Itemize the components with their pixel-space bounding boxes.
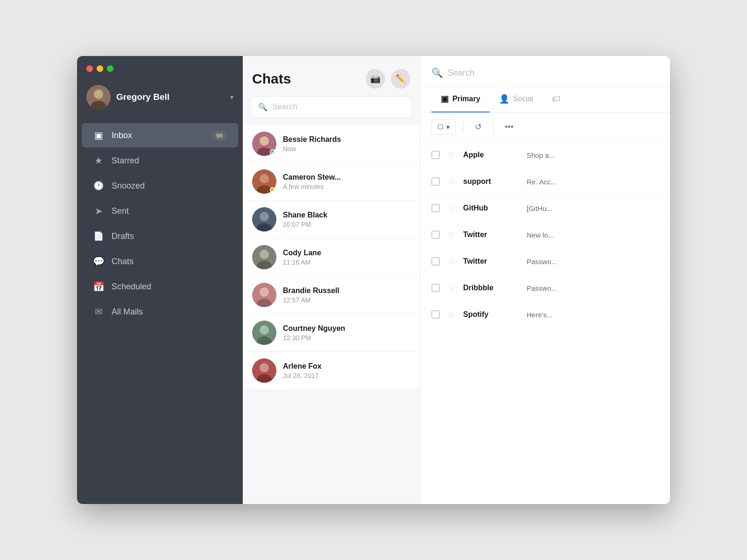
more-button[interactable]: ••• [501,119,517,136]
online-indicator [270,149,275,155]
chat-info: Courtney Nguyen 12:30 PM [283,324,410,342]
tab-social[interactable]: 👤 Social [490,86,543,112]
avatar [252,321,276,345]
inbox-icon: ▣ [93,130,104,141]
away-indicator [270,187,275,193]
svg-point-19 [260,325,269,335]
minimize-button[interactable] [97,65,103,72]
chevron-down-icon: ▾ [230,93,233,101]
sidebar-item-chats[interactable]: 💬 Chats [82,249,238,273]
inbox-tab-icon: ▣ [441,94,449,104]
list-item[interactable]: Bessie Richards Now [243,125,420,163]
chats-search-placeholder: Search [272,102,297,112]
email-search[interactable]: 🔍 Search [431,67,659,78]
table-row[interactable]: ☆ Apple Shop a... [420,142,670,168]
email-checkbox[interactable] [431,310,440,319]
svg-point-22 [260,363,269,372]
chat-info: Cody Lane 11:16 AM [283,249,410,266]
chat-info: Brandie Russell 12:57 AM [283,287,410,304]
avatar [252,169,276,194]
star-button[interactable]: ☆ [447,229,456,240]
tab-social-label: Social [513,95,534,103]
avatar [252,358,276,383]
dropdown-arrow: ▾ [446,123,450,131]
send-icon: ➤ [93,205,104,217]
chat-info: Arlene Fox Jul 28, 2017 [283,362,410,379]
sidebar-item-drafts[interactable]: 📄 Drafts [82,224,238,248]
email-panel: 🔍 Search ▣ Primary 👤 Social 🏷 ☐ ▾ ↺ [420,56,670,504]
sidebar-item-scheduled[interactable]: 📅 Scheduled [82,274,238,299]
email-checkbox[interactable] [431,231,440,239]
list-item[interactable]: Arlene Fox Jul 28, 2017 [243,352,420,390]
svg-point-4 [260,136,269,146]
sidebar-item-inbox[interactable]: ▣ Inbox 98 [82,123,238,147]
sidebar-label-drafts: Drafts [112,231,227,241]
sidebar-item-sent[interactable]: ➤ Sent [82,199,238,223]
email-toolbar: ☐ ▾ ↺ ••• [420,112,670,142]
sidebar-item-all-mails[interactable]: ✉ All Mails [82,300,238,324]
table-row[interactable]: ☆ Dribbble Passwo... [420,275,670,301]
contact-name: Arlene Fox [283,362,410,371]
chats-header: Chats 📷 ✏️ [243,56,420,96]
scheduled-icon: 📅 [93,281,104,292]
chat-info: Cameron Stew... A few minutes [283,173,410,190]
email-checkbox[interactable] [431,257,440,266]
camera-button[interactable]: 📷 [366,69,385,89]
mail-icon: ✉ [93,306,104,317]
email-checkbox[interactable] [431,151,440,159]
sidebar-label-sent: Sent [112,206,227,216]
user-profile[interactable]: Gregory Bell ▾ [77,79,243,119]
star-button[interactable]: ☆ [447,282,456,294]
search-icon: 🔍 [258,103,268,112]
email-subject: New lo... [527,231,659,239]
star-button[interactable]: ☆ [447,149,456,161]
tab-promotions[interactable]: 🏷 [543,87,570,112]
email-subject: Here's... [527,311,659,319]
list-item[interactable]: Cody Lane 11:16 AM [243,238,420,276]
email-subject: Shop a... [527,151,659,159]
email-checkbox[interactable] [431,204,440,212]
table-row[interactable]: ☆ support Re: Acc... [420,168,670,195]
star-button[interactable]: ☆ [447,203,456,214]
contact-name: Shane Black [283,211,410,219]
contact-name: Courtney Nguyen [283,324,410,333]
table-row[interactable]: ☆ GitHub [GitHu... [420,195,670,222]
table-row[interactable]: ☆ Twitter Passwo... [420,248,670,275]
sidebar-label-scheduled: Scheduled [112,282,227,292]
email-checkbox[interactable] [431,177,440,186]
table-row[interactable]: ☆ Twitter New lo... [420,222,670,248]
email-search-placeholder: Search [448,68,474,78]
draft-icon: 📄 [93,231,104,242]
chat-icon: 💬 [93,256,104,267]
list-item[interactable]: Brandie Russell 12:57 AM [243,276,420,314]
email-sender: Apple [463,151,519,159]
chats-search[interactable]: 🔍 Search [250,96,412,118]
list-item[interactable]: Shane Black 10:07 PM [243,201,420,238]
compose-button[interactable]: ✏️ [391,69,410,89]
sidebar-item-starred[interactable]: ★ Starred [82,148,238,173]
tab-primary[interactable]: ▣ Primary [431,86,490,112]
star-button[interactable]: ☆ [447,256,456,267]
sidebar-label-all-mails: All Mails [112,307,227,317]
sidebar: Gregory Bell ▾ ▣ Inbox 98 ★ Starred 🕐 Sn… [77,56,243,504]
email-subject: Passwo... [527,284,659,292]
email-sender: Dribbble [463,284,519,292]
list-item[interactable]: Courtney Nguyen 12:30 PM [243,314,420,352]
svg-point-10 [260,212,269,221]
star-button[interactable]: ☆ [447,309,456,320]
refresh-button[interactable]: ↺ [471,118,486,136]
chats-title: Chats [252,71,360,87]
select-button[interactable]: ☐ ▾ [431,119,456,135]
chats-panel: Chats 📷 ✏️ 🔍 Search Bessie Richards Now [243,56,420,504]
close-button[interactable] [86,65,93,72]
chat-time: 11:16 AM [283,259,410,266]
avatar [252,132,276,156]
svg-point-13 [260,250,269,259]
star-button[interactable]: ☆ [447,176,456,187]
table-row[interactable]: ☆ Spotify Here's... [420,301,670,328]
sidebar-item-snoozed[interactable]: 🕐 Snoozed [82,174,238,198]
email-checkbox[interactable] [431,284,440,292]
list-item[interactable]: Cameron Stew... A few minutes [243,163,420,201]
avatar [252,283,276,307]
maximize-button[interactable] [107,65,113,72]
